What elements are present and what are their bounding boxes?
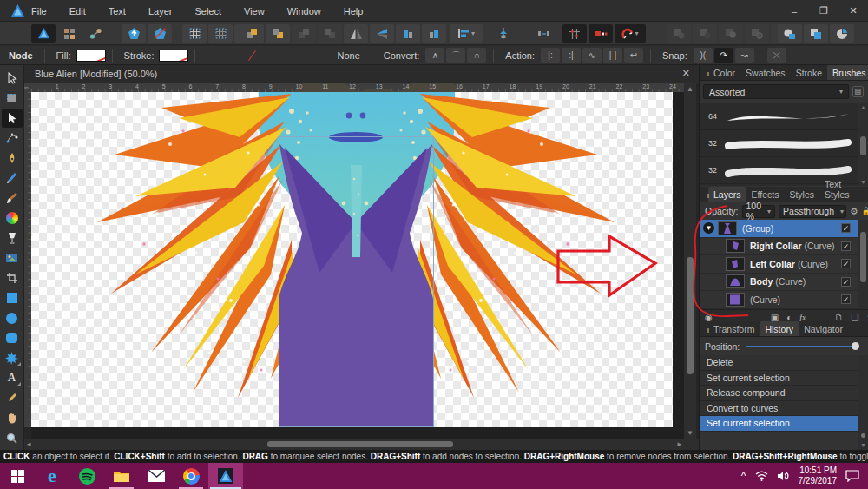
adjustment-layer-icon[interactable]: ◐: [786, 313, 792, 322]
artwork-blue-alien[interactable]: [31, 92, 673, 427]
action-close-curve-button[interactable]: :|: [562, 48, 581, 63]
blend-mode-dropdown[interactable]: Passthrough▾: [779, 205, 846, 218]
action-break-curve-button[interactable]: |:: [541, 48, 560, 63]
alignment-dropdown-button[interactable]: ▾: [450, 24, 483, 43]
place-image-tool[interactable]: [2, 248, 23, 268]
zoom-tool[interactable]: [2, 428, 23, 447]
tray-chevron-icon[interactable]: ^: [741, 470, 746, 482]
tab-styles[interactable]: Styles: [784, 187, 819, 202]
tab-swatches[interactable]: Swatches: [740, 65, 791, 80]
star-tool[interactable]: [2, 348, 23, 367]
restore-button[interactable]: ❐: [809, 0, 838, 22]
flip-horizontal-button[interactable]: [344, 24, 368, 43]
tab-navigator[interactable]: Navigator: [799, 321, 848, 336]
convert-smart-button[interactable]: ⌒: [446, 48, 465, 63]
brush-item[interactable]: 64: [700, 103, 858, 130]
point-transform-tool[interactable]: [2, 129, 23, 148]
blend-options-gear-icon[interactable]: ⚙: [850, 206, 858, 216]
menu-select[interactable]: Select: [194, 6, 221, 17]
taskbar-edge-icon[interactable]: e: [35, 463, 69, 489]
pixel-persona-button[interactable]: [57, 24, 82, 43]
slider-knob[interactable]: [852, 342, 859, 350]
tab-text-styles[interactable]: Text Styles: [819, 176, 868, 202]
layers-scrollbar[interactable]: [858, 220, 868, 309]
history-item-convert-to-curves[interactable]: Convert to curves: [700, 401, 858, 417]
taskbar-spotify-icon[interactable]: [69, 463, 104, 489]
stroke-swatch[interactable]: [159, 50, 188, 62]
vertical-scrollbar[interactable]: ▲ ▼: [684, 83, 696, 439]
taskbar-file-explorer-icon[interactable]: [104, 463, 139, 489]
grid-transform-button[interactable]: [182, 24, 207, 43]
action-reverse-curves-button[interactable]: ↩: [624, 48, 643, 63]
boolean-add-button[interactable]: [667, 24, 691, 43]
vector-brush-tool[interactable]: [2, 188, 23, 208]
text-tool[interactable]: A: [2, 368, 23, 387]
boolean-intersect-button[interactable]: [719, 24, 743, 43]
tab-stroke[interactable]: Stroke: [791, 65, 827, 80]
add-layer-icon[interactable]: 🗋: [834, 313, 843, 322]
geometry-add-button[interactable]: [778, 24, 802, 43]
fill-tool[interactable]: [2, 208, 23, 228]
menu-layer[interactable]: Layer: [148, 6, 173, 17]
taskbar-chrome-icon[interactable]: [174, 463, 208, 489]
geometry-subtract-button[interactable]: [804, 24, 828, 43]
move-tool[interactable]: [2, 69, 23, 88]
opacity-dropdown[interactable]: 100 %▾: [742, 205, 776, 218]
horizontal-scrollbar-thumb[interactable]: [267, 441, 453, 447]
horizontal-scrollbar[interactable]: ◂ ▸: [24, 439, 699, 450]
force-pixel-alignment-button[interactable]: [589, 24, 613, 43]
move-backward-button[interactable]: [266, 24, 290, 43]
geometry-divide-button[interactable]: [830, 24, 854, 43]
volume-icon[interactable]: [777, 471, 790, 481]
history-item-release-compound[interactable]: Release compound: [700, 386, 858, 401]
history-item-delete[interactable]: Delete: [700, 355, 858, 371]
fill-swatch[interactable]: [76, 50, 106, 62]
snap-to-geometry-button[interactable]: )(: [694, 48, 713, 63]
layers-scrollbar-thumb[interactable]: [860, 232, 866, 282]
layer-visibility-checkbox[interactable]: ✓: [841, 223, 851, 233]
boolean-divide-button[interactable]: [745, 24, 769, 43]
stroke-width-slider[interactable]: [201, 49, 332, 63]
convert-smooth-button[interactable]: ∩: [467, 48, 486, 63]
taskbar-affinity-designer-icon[interactable]: [208, 463, 243, 489]
brush-panel-option-icon[interactable]: ▤: [852, 86, 864, 97]
lock-icon[interactable]: 🔒: [861, 207, 868, 215]
menu-edit[interactable]: Edit: [69, 6, 86, 17]
move-forward-button[interactable]: [240, 24, 264, 43]
minimize-button[interactable]: –: [779, 0, 809, 22]
taskbar-mail-icon[interactable]: [139, 463, 174, 489]
grid-transform-2-button[interactable]: [208, 24, 233, 43]
history-position-slider[interactable]: [746, 342, 859, 351]
snap-all-handles-button[interactable]: ↝: [735, 48, 754, 63]
menu-text[interactable]: Text: [108, 6, 126, 17]
color-picker-tool[interactable]: [2, 388, 23, 407]
mask-layer-icon[interactable]: ▣: [771, 313, 779, 322]
vertical-scrollbar-thumb[interactable]: [687, 257, 694, 374]
brush-item[interactable]: 32: [700, 130, 858, 157]
construction-snap-button[interactable]: ⤫: [767, 48, 786, 63]
designer-persona-button[interactable]: [31, 24, 56, 43]
document-tab[interactable]: Blue Alien [Modified] (50.0%): [35, 69, 157, 79]
view-tool[interactable]: [2, 408, 23, 427]
show-grid-button[interactable]: [562, 24, 587, 43]
add-pixel-layer-icon[interactable]: ❏: [851, 313, 858, 322]
move-to-front-button[interactable]: [292, 24, 316, 43]
layer-visibility-checkbox[interactable]: ✓: [841, 294, 851, 304]
layer-row-group[interactable]: ▼ (Group) ✓: [700, 220, 858, 238]
document-close-icon[interactable]: ✕: [682, 68, 690, 79]
menu-view[interactable]: View: [244, 6, 265, 17]
boolean-subtract-button[interactable]: [693, 24, 717, 43]
flip-vertical-button[interactable]: [370, 24, 394, 43]
snapping-magnet-button[interactable]: ▾: [615, 24, 646, 43]
rectangle-tool[interactable]: [2, 288, 23, 307]
tab-effects[interactable]: Effects: [746, 187, 785, 202]
export-persona-button[interactable]: [83, 24, 108, 43]
menu-window[interactable]: Window: [287, 6, 321, 17]
vector-crop-tool[interactable]: [2, 268, 23, 287]
action-smooth-curve-button[interactable]: ∿: [582, 48, 602, 63]
node-tool[interactable]: [2, 109, 23, 128]
brush-scrollbar-thumb[interactable]: [860, 136, 866, 155]
layer-row-body[interactable]: Body (Curve) ✓: [700, 274, 858, 292]
rounded-rectangle-tool[interactable]: [2, 328, 23, 347]
tab-history[interactable]: History: [760, 321, 799, 336]
